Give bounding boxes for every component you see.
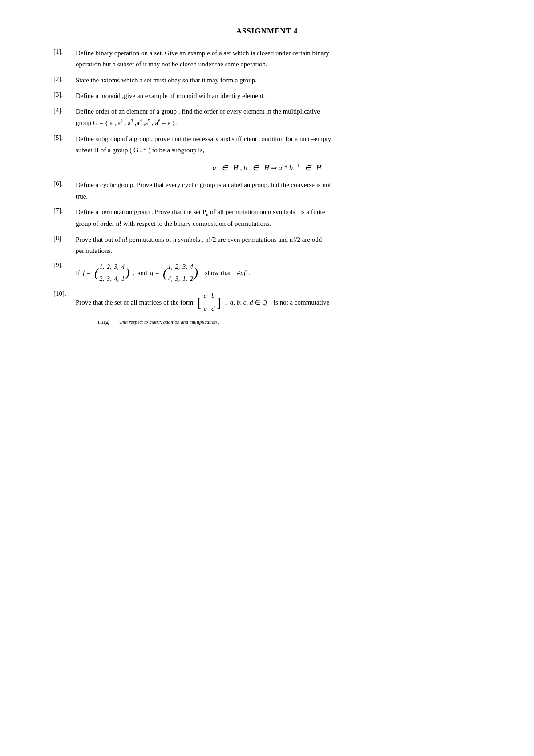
q9-f-bot-1: 2, (99, 273, 104, 285)
q4-text-line2: group G = { a , a2 , a3 ,a4 ,a5 , a6 = e… (76, 118, 481, 128)
q9-result: ≠gf (237, 267, 246, 279)
q9-f-permutation: ( 1, 2, 3, 4 2, 3, 4, 1 ) (94, 261, 129, 285)
q9-f-bot-3: 4, (114, 273, 119, 285)
question-8: [8]. Prove that out of n! permutations o… (53, 235, 481, 256)
q9-g-top-2: 2, (175, 261, 180, 272)
q10-matrix-content: a b c d (202, 290, 217, 315)
q8-text-line2: permutations. (76, 246, 481, 256)
q9-g-bot-2: 3, (175, 273, 180, 285)
q4-number: [4]. (53, 106, 76, 114)
q9-g-bot-4: 2 (190, 273, 193, 285)
q9-comma-f: , (133, 267, 135, 279)
q10-matrix-left-bracket: [ (198, 296, 202, 309)
q9-g-content: 1, 2, 3, 4 4, 3, 1, 2 (167, 261, 194, 285)
q3-number: [3]. (53, 91, 76, 98)
q3-text: Define a monoid ,give an example of mono… (76, 91, 481, 101)
q10-matrix-right-bracket: ] (217, 296, 221, 309)
q10-matrix: [ a b c d ] (198, 290, 221, 315)
question-3: [3]. Define a monoid ,give an example of… (53, 91, 481, 101)
page-container: ASSIGNMENT 4 [1]. Define binary operatio… (53, 27, 481, 327)
page-title: ASSIGNMENT 4 (53, 27, 481, 36)
q7-text: Define a permutation group . Prove that … (76, 207, 481, 229)
q10-number: [10]. (53, 290, 76, 297)
q8-text: Prove that out of n! permutations of n s… (76, 235, 481, 256)
q10-mat-b: b (211, 290, 215, 302)
q9-content: If f = ( 1, 2, 3, 4 2, 3, 4, 1 (76, 261, 481, 285)
q5-text: Define subgroup of a group , prove that … (76, 134, 481, 156)
question-9: [9]. If f = ( 1, 2, 3, 4 2, 3, (53, 261, 481, 285)
q5-number: [5]. (53, 134, 76, 142)
q9-period: . (248, 267, 250, 279)
q9-f-bot-4: 1 (121, 273, 125, 285)
q9-f-top-4: 4 (121, 261, 125, 272)
q1-number: [1]. (53, 48, 76, 56)
q2-text: State the axioms which a set must obey s… (76, 75, 481, 85)
q6-number: [6]. (53, 180, 76, 187)
question-10: [10]. Prove that the set of all matrices… (53, 290, 481, 327)
q9-text: If f = ( 1, 2, 3, 4 2, 3, 4, 1 (76, 261, 481, 285)
q9-number: [9]. (53, 261, 76, 269)
q5-text-line2: subset H of a group ( G , * ) to be a su… (76, 145, 481, 155)
q9-g-right-brace: ) (194, 267, 198, 279)
q10-mat-a: a (204, 290, 207, 302)
q7-number: [7]. (53, 207, 76, 215)
q10-text: Prove that the set of all matrices of th… (76, 290, 481, 327)
q9-f-right-brace: ) (125, 267, 129, 279)
q9-and: and (138, 267, 147, 279)
question-2: [2]. State the axioms which a set must o… (53, 75, 481, 85)
q5-formula: a ∈ H , b ∈ H ⇒ a * b −1 ∈ H (53, 163, 481, 172)
q10-ring: ring (98, 317, 109, 327)
question-list: [1]. Define binary operation on a set. G… (53, 48, 481, 327)
q6-text: Define a cyclic group. Prove that every … (76, 180, 481, 202)
q7-text-line2: group of order n! with respect to the bi… (76, 219, 481, 229)
q9-g-left-brace: ( (163, 267, 167, 279)
q9-if: If (76, 267, 80, 279)
q9-f-label: f = (83, 267, 91, 279)
q9-g-top-3: 3, (182, 261, 187, 272)
q4-text: Define order of an element of a group , … (76, 106, 481, 129)
q9-f-content: 1, 2, 3, 4 2, 3, 4, 1 (98, 261, 125, 285)
q9-g-top-1: 1, (168, 261, 173, 272)
q10-condition: , a, b, c, d ∈ Q is not a commutative (225, 297, 330, 309)
question-6: [6]. Define a cyclic group. Prove that e… (53, 180, 481, 202)
q10-ring-note: with respect to matrix addition and mult… (119, 318, 219, 326)
q9-g-bot-3: 1, (182, 273, 187, 285)
q10-content: Prove that the set of all matrices of th… (76, 290, 481, 315)
q10-prefix: Prove that the set of all matrices of th… (76, 297, 194, 309)
q5-formula-text: a ∈ H , b ∈ H ⇒ a * b −1 ∈ H (213, 164, 321, 171)
q10-mat-d: d (211, 303, 215, 315)
question-5: [5]. Define subgroup of a group , prove … (53, 134, 481, 156)
q1-text-line2: operation but a subset of it may not be … (76, 59, 481, 69)
question-7: [7]. Define a permutation group . Prove … (53, 207, 481, 229)
q9-g-label: g = (150, 267, 159, 279)
q9-g-permutation: ( 1, 2, 3, 4 4, 3, 1, 2 ) (163, 261, 198, 285)
q6-text-line2: true. (76, 191, 481, 202)
question-4: [4]. Define order of an element of a gro… (53, 106, 481, 129)
q9-f-top-2: 2, (107, 261, 112, 272)
q9-g-bot-1: 4, (168, 273, 173, 285)
q10-mat-c: c (204, 303, 207, 315)
q9-f-top-1: 1, (99, 261, 104, 272)
q9-show-that: show that (202, 267, 234, 279)
q10-continuation-line: ring with respect to matrix addition and… (98, 317, 481, 327)
q1-text: Define binary operation on a set. Give a… (76, 48, 481, 70)
question-1: [1]. Define binary operation on a set. G… (53, 48, 481, 70)
q5-math-block: a ∈ H , b ∈ H ⇒ a * b −1 ∈ H (53, 163, 481, 172)
q9-f-top-3: 3, (114, 261, 119, 272)
q2-number: [2]. (53, 75, 76, 83)
q8-number: [8]. (53, 235, 76, 242)
q9-g-top-4: 4 (190, 261, 193, 272)
q9-f-left-brace: ( (94, 267, 98, 279)
q9-f-bot-2: 3, (107, 273, 112, 285)
